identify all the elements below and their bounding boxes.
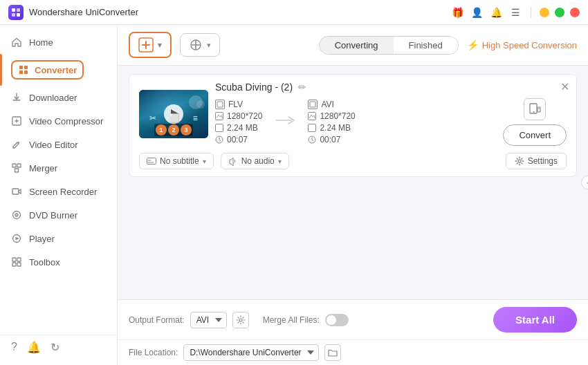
svg-rect-2 — [12, 13, 15, 17]
folder-icon-button[interactable] — [324, 344, 341, 361]
svg-point-35 — [239, 319, 242, 321]
scissors-icon[interactable]: ✂ — [149, 113, 156, 123]
refresh-icon[interactable]: ↻ — [50, 341, 59, 354]
source-resolution: 1280*720 — [227, 111, 262, 121]
add-files-button[interactable]: ▾ — [129, 32, 172, 58]
close-card-button[interactable]: ✕ — [560, 80, 569, 93]
target-resolution-icon — [308, 112, 316, 120]
main-layout: Home Converter — [0, 25, 588, 365]
minimize-button[interactable] — [540, 8, 549, 17]
svg-point-15 — [16, 214, 17, 216]
format-settings-icon[interactable] — [232, 312, 249, 328]
sidebar-item-merger[interactable]: Merger — [0, 156, 117, 180]
subtitle-value: No subtitle — [160, 156, 199, 166]
svg-rect-23 — [217, 102, 223, 107]
svg-rect-27 — [310, 102, 315, 107]
settings-button[interactable]: Settings — [506, 153, 567, 169]
titlebar: Wondershare UniConverter 🎁 👤 🔔 ☰ — [0, 0, 588, 25]
menu-icon[interactable]: ☰ — [508, 6, 522, 19]
video-thumbnail: 1 2 3 ✂ ⬜ ≡ — [139, 90, 208, 138]
sidebar-item-video-editor[interactable]: Video Editor — [0, 133, 117, 156]
help-icon[interactable]: ? — [11, 341, 17, 354]
target-duration-line: 00:07 — [308, 135, 355, 144]
downloader-icon — [11, 92, 22, 103]
crop-icon[interactable]: ⬜ — [169, 113, 180, 123]
file-location-select[interactable]: D:\Wondershare UniConverter — [183, 344, 319, 361]
convert-arrow-icon — [269, 113, 301, 131]
maximize-button[interactable] — [555, 8, 564, 17]
sidebar-item-home[interactable]: Home — [0, 30, 117, 54]
toolbar: ▾ ▾ Converting Finished ⚡ High Speed Con… — [118, 25, 588, 66]
target-filesize-icon — [308, 124, 316, 132]
high-speed-conversion[interactable]: ⚡ High Speed Conversion — [467, 39, 577, 50]
editor-icon — [11, 139, 22, 150]
svg-rect-20 — [17, 263, 21, 266]
notification-icon[interactable]: 🔔 — [27, 341, 41, 354]
output-format-field: Output Format: AVI — [129, 312, 249, 328]
target-size: 2.24 MB — [320, 123, 351, 133]
source-resolution-line: 1280*720 — [215, 111, 262, 121]
sidebar-item-video-compressor[interactable]: Video Compressor — [0, 109, 117, 133]
sidebar-label-home: Home — [29, 37, 53, 48]
svg-rect-6 — [19, 71, 23, 74]
svg-rect-10 — [17, 164, 21, 167]
merge-files-label: Merge All Files: — [263, 315, 320, 325]
convert-actions: Convert — [503, 98, 567, 146]
sidebar-item-toolbox[interactable]: Toolbox — [0, 250, 117, 274]
merge-toggle[interactable] — [325, 314, 349, 326]
audio-value: No audio — [241, 156, 275, 166]
svg-rect-7 — [24, 71, 28, 74]
tab-converting[interactable]: Converting — [320, 37, 394, 54]
target-resolution-line: 1280*720 — [308, 111, 355, 121]
close-button[interactable] — [570, 8, 580, 17]
sidebar-label-merger: Merger — [29, 163, 57, 174]
bell-icon[interactable]: 🔔 — [489, 6, 503, 19]
resolution-icon — [215, 112, 223, 120]
dvd-icon — [11, 209, 22, 221]
sidebar-label-video-editor: Video Editor — [29, 140, 78, 150]
sidebar-footer: ? 🔔 ↻ — [0, 335, 117, 359]
add-media-arrow: ▾ — [207, 41, 211, 50]
source-duration: 00:07 — [227, 135, 248, 144]
filesize-icon — [215, 124, 223, 132]
effects-icon[interactable]: ≡ — [193, 113, 198, 123]
subtitle-icon — [147, 156, 156, 166]
subtitle-chevron: ▾ — [203, 158, 206, 165]
sidebar-item-converter[interactable]: Converter — [0, 54, 117, 86]
target-duration: 00:07 — [320, 135, 340, 144]
sidebar-item-downloader[interactable]: Downloader — [0, 86, 117, 109]
add-media-button[interactable]: ▾ — [180, 33, 220, 57]
svg-rect-17 — [12, 258, 16, 261]
edit-filename-icon[interactable]: ✏ — [298, 82, 306, 93]
svg-point-34 — [518, 160, 521, 162]
target-format-icon — [308, 100, 318, 109]
target-format-line: AVI — [308, 100, 355, 109]
subtitle-select[interactable]: No subtitle ▾ — [139, 153, 214, 169]
sidebar-item-player[interactable]: Player — [0, 227, 117, 250]
target-resolution: 1280*720 — [320, 111, 355, 121]
svg-rect-5 — [24, 66, 28, 69]
output-format-label: Output Format: — [129, 315, 185, 325]
gift-icon[interactable]: 🎁 — [450, 6, 464, 19]
svg-rect-0 — [12, 8, 15, 12]
user-icon[interactable]: 👤 — [470, 6, 484, 19]
audio-select[interactable]: No audio ▾ — [221, 153, 289, 169]
output-format-select[interactable]: AVI — [190, 312, 227, 328]
recorder-icon — [11, 186, 22, 197]
svg-rect-4 — [19, 66, 23, 69]
sidebar-item-dvd-burner[interactable]: DVD Burner — [0, 203, 117, 227]
file-card-footer: No subtitle ▾ No audio ▾ — [139, 153, 567, 169]
svg-rect-19 — [12, 263, 16, 266]
convert-button[interactable]: Convert — [503, 124, 567, 146]
target-duration-icon — [308, 135, 316, 144]
device-icon-button[interactable] — [524, 98, 546, 120]
window-controls: 🎁 👤 🔔 ☰ — [450, 6, 580, 19]
start-all-button[interactable]: Start All — [493, 307, 577, 333]
sidebar-item-screen-recorder[interactable]: Screen Recorder — [0, 180, 117, 203]
source-format-icon — [215, 100, 225, 109]
file-location-bar: File Location: D:\Wondershare UniConvert… — [118, 339, 588, 365]
home-icon — [11, 37, 22, 48]
converter-icon — [18, 64, 29, 75]
tab-finished[interactable]: Finished — [394, 37, 458, 54]
sidebar-label-converter: Converter — [35, 65, 77, 75]
